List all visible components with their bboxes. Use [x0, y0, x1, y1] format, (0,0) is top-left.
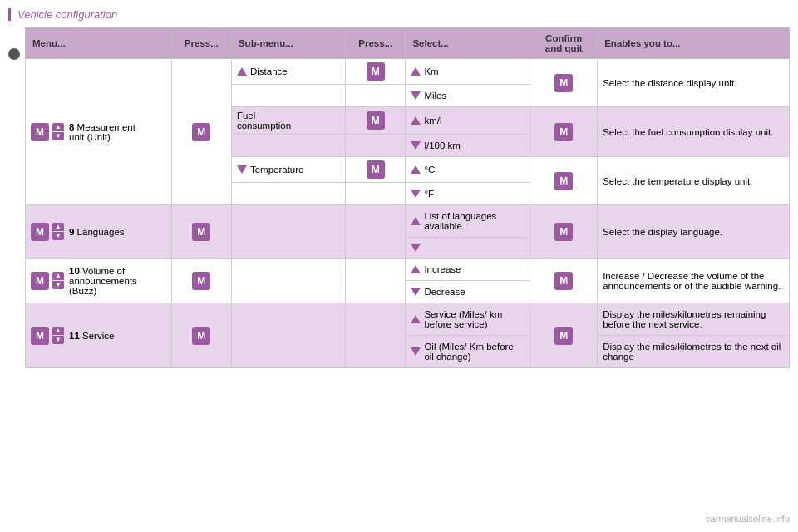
config-table: Menu... Press... Sub-menu... Press... Se… — [25, 27, 790, 368]
watermark: carmanualsoline.info — [706, 514, 790, 524]
submenu-temp: Temperature — [231, 157, 345, 183]
select-miles: Miles — [406, 85, 530, 107]
m-button[interactable]: M — [192, 327, 210, 345]
up-down-arrows: ▲ ▼ — [52, 223, 64, 240]
table-row: M ▲ ▼ 10 Volume ofannouncements(Buzz) M — [26, 259, 790, 281]
page-container: Vehicle configuration Menu... Press... S… — [0, 0, 798, 532]
menu-cell-10: M ▲ ▼ 10 Volume ofannouncements(Buzz) — [26, 259, 172, 303]
m-button[interactable]: M — [554, 123, 573, 141]
select-value: Miles — [424, 91, 446, 101]
up-triangle — [237, 67, 247, 76]
select-value: Oil (Miles/ Km before oil change) — [424, 342, 525, 362]
enables-svc-2: Display the miles/kilometres to the next… — [598, 336, 790, 368]
m-button[interactable]: M — [31, 223, 49, 241]
enables-temp: Select the temperature display unit. — [598, 157, 790, 205]
up-arrow[interactable]: ▲ — [52, 123, 64, 131]
select-languages-up: List of languages available — [406, 205, 530, 238]
down-arrow[interactable]: ▼ — [52, 232, 64, 240]
down-triangle — [411, 91, 421, 100]
confirm-cell: M — [530, 107, 598, 157]
up-arrow[interactable]: ▲ — [52, 327, 64, 335]
table-row: M ▲ ▼ 8 Measurementunit (Unit) M — [26, 59, 790, 85]
submenu-fuel: Fuelconsumption — [231, 107, 345, 135]
m-button[interactable]: M — [31, 327, 49, 345]
m-button[interactable]: M — [192, 123, 210, 141]
menu-number: 8 — [69, 122, 74, 132]
down-arrow[interactable]: ▼ — [52, 281, 64, 289]
submenu-lang-empty — [231, 205, 345, 259]
press-temp: M — [346, 157, 406, 183]
menu-cell-8: M ▲ ▼ 8 Measurementunit (Unit) — [26, 59, 172, 205]
select-l100: l/100 km — [406, 135, 530, 157]
select-oil: Oil (Miles/ Km before oil change) — [406, 336, 530, 368]
m-button[interactable]: M — [31, 123, 49, 141]
submenu-empty — [231, 183, 345, 205]
m-button[interactable]: M — [554, 172, 573, 190]
press-vol-empty — [346, 259, 406, 303]
menu-label: Languages — [77, 227, 125, 237]
m-button[interactable]: M — [192, 223, 210, 241]
confirm-lang: M — [530, 205, 598, 259]
select-value: l/100 km — [424, 140, 460, 150]
enables-svc-1: Display the miles/kilometres remaining b… — [598, 303, 790, 336]
press-cell-11: M — [171, 303, 231, 368]
enables-lang: Select the display language. — [598, 205, 790, 259]
confirm-cell: M — [530, 59, 598, 107]
menu-cell-9: M ▲ ▼ 9 Languages — [26, 205, 172, 259]
press-empty — [346, 183, 406, 205]
menu-cell-11: M ▲ ▼ 11 Service — [26, 303, 172, 368]
m-button[interactable]: M — [554, 272, 573, 290]
press-cell-10: M — [171, 259, 231, 303]
enables-vol: Increase / Decrease the volume of the an… — [598, 259, 790, 303]
menu-label: Volume ofannouncements(Buzz) — [69, 266, 137, 296]
up-down-arrows: ▲ ▼ — [52, 123, 64, 140]
press-empty — [346, 85, 406, 107]
menu-number: 10 — [69, 266, 80, 276]
down-arrow[interactable]: ▼ — [52, 336, 64, 344]
down-triangle — [237, 165, 247, 174]
down-triangle — [411, 288, 421, 296]
m-button[interactable]: M — [554, 327, 573, 345]
up-down-arrows: ▲ ▼ — [52, 327, 64, 344]
press-svc-empty — [346, 303, 406, 368]
enables-fuel: Select the fuel consumption display unit… — [598, 107, 790, 157]
select-km: Km — [406, 59, 530, 85]
select-service: Service (Miles/ km before service) — [406, 303, 530, 336]
header-select: Select... — [406, 28, 530, 59]
m-button[interactable]: M — [31, 272, 49, 290]
m-button[interactable]: M — [192, 272, 210, 290]
up-down-arrows: ▲ ▼ — [52, 272, 64, 289]
page-title: Vehicle configuration — [8, 8, 790, 21]
m-button[interactable]: M — [554, 74, 573, 92]
select-value: Service (Miles/ km before service) — [424, 309, 525, 329]
down-arrow[interactable]: ▼ — [52, 132, 64, 140]
confirm-vol: M — [530, 259, 598, 303]
down-triangle — [411, 190, 421, 198]
menu-label: Service — [82, 331, 114, 341]
select-languages-down — [406, 238, 530, 259]
menu-label: Measurementunit (Unit) — [69, 122, 135, 142]
press-cell-9: M — [171, 205, 231, 259]
down-triangle — [411, 141, 421, 150]
up-arrow[interactable]: ▲ — [52, 223, 64, 231]
confirm-cell: M — [530, 157, 598, 205]
press-distance: M — [346, 59, 406, 85]
m-button[interactable]: M — [367, 62, 385, 81]
select-value: °F — [424, 189, 434, 199]
press-empty — [346, 135, 406, 157]
up-triangle — [411, 67, 421, 76]
submenu-distance: Distance — [231, 59, 345, 85]
press-lang-empty — [346, 205, 406, 259]
m-button[interactable]: M — [554, 223, 573, 241]
press-fuel: M — [346, 107, 406, 135]
select-fahrenheit: °F — [406, 183, 530, 205]
down-triangle — [411, 347, 421, 356]
m-button[interactable]: M — [367, 111, 385, 130]
menu-number: 9 — [69, 227, 74, 237]
up-arrow[interactable]: ▲ — [52, 272, 64, 280]
select-decrease: Decrease — [406, 281, 530, 303]
submenu-empty — [231, 135, 345, 157]
m-button[interactable]: M — [367, 160, 385, 179]
up-triangle — [411, 116, 421, 125]
submenu-svc-empty — [231, 303, 345, 368]
